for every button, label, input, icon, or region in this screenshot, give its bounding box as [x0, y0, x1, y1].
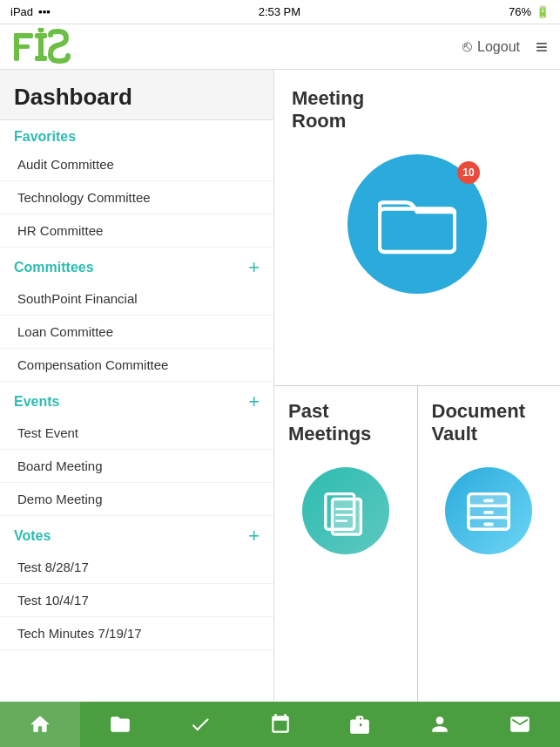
documents-icon [320, 486, 371, 536]
status-time: 2:53 PM [259, 5, 300, 18]
tab-briefcase[interactable] [320, 702, 400, 747]
calendar-icon [269, 713, 292, 736]
svg-rect-18 [483, 511, 494, 514]
briefcase-icon [348, 713, 371, 736]
hamburger-button[interactable]: ≡ [536, 35, 548, 59]
votes-section-header: Votes + [0, 516, 273, 551]
wifi-icon: ▪▪▪ [38, 5, 51, 18]
status-right: 76% 🔋 [509, 5, 550, 18]
svg-rect-17 [483, 499, 494, 502]
logout-label: Logout [477, 39, 520, 55]
tab-home[interactable] [0, 702, 80, 747]
events-label: Events [14, 394, 59, 410]
battery-icon: 🔋 [536, 5, 550, 18]
sidebar-item-vote1[interactable]: Test 8/28/17 [0, 551, 273, 584]
tab-check[interactable] [160, 702, 240, 747]
sidebar-item-board-meeting[interactable]: Board Meeting [0, 450, 273, 483]
svg-rect-19 [483, 522, 494, 526]
tab-calendar[interactable] [240, 702, 320, 747]
check-icon [189, 713, 212, 736]
tab-person[interactable] [400, 702, 480, 747]
sidebar-item-loan[interactable]: Loan Committee [0, 316, 273, 349]
votes-add-button[interactable]: + [248, 525, 260, 547]
sidebar-item-test-event[interactable]: Test Event [0, 417, 273, 450]
svg-rect-5 [35, 56, 47, 61]
status-bar: iPad ▪▪▪ 2:53 PM 76% 🔋 [0, 0, 560, 24]
committees-label: Committees [14, 260, 94, 275]
logout-button[interactable]: ⎋ Logout [462, 37, 520, 56]
sidebar-item-compensation[interactable]: Compensation Committee [0, 349, 273, 382]
svg-point-6 [38, 28, 44, 33]
sidebar-item-technology[interactable]: Technology Committee [0, 181, 273, 214]
past-meetings-title: PastMeetings [288, 400, 371, 446]
content-area: MeetingRoom 10 PastMeetings [274, 70, 560, 702]
past-meetings-card[interactable]: PastMeetings [274, 386, 417, 702]
document-vault-card[interactable]: DocumentVault [418, 386, 561, 702]
status-left: iPad ▪▪▪ [10, 5, 51, 18]
document-vault-title: DocumentVault [432, 400, 526, 446]
folder-tab-icon [109, 713, 132, 736]
folder-icon [378, 194, 456, 255]
events-add-button[interactable]: + [248, 390, 260, 413]
sidebar-item-audit[interactable]: Audit Committee [0, 148, 273, 181]
meeting-room-icon-wrap: 10 [292, 154, 543, 294]
svg-rect-2 [14, 44, 30, 49]
main-layout: Dashboard Favorites Audit Committee Tech… [0, 70, 560, 702]
events-section-header: Events + [0, 382, 273, 417]
sidebar-item-vote3[interactable]: Tech Minutes 7/19/17 [0, 617, 273, 650]
svg-rect-9 [332, 499, 361, 534]
logout-icon: ⎋ [462, 37, 472, 56]
tab-bar [0, 702, 560, 747]
vault-icon [463, 486, 514, 536]
tab-mail[interactable] [480, 702, 560, 747]
nav-bar: ⎋ Logout ≡ [0, 24, 560, 70]
sidebar-item-demo-meeting[interactable]: Demo Meeting [0, 483, 273, 516]
svg-rect-1 [14, 33, 33, 38]
votes-label: Votes [14, 528, 51, 544]
svg-rect-7 [380, 208, 455, 252]
svg-rect-4 [35, 33, 47, 38]
meeting-room-badge: 10 [457, 161, 480, 184]
past-meetings-icon-wrap [288, 467, 403, 554]
app-logo [12, 28, 82, 66]
tab-folder[interactable] [80, 702, 160, 747]
meeting-room-title: MeetingRoom [292, 87, 364, 133]
meeting-room-card[interactable]: MeetingRoom 10 [274, 70, 560, 385]
sidebar-item-southpoint[interactable]: SouthPoint Financial [0, 282, 273, 316]
favorites-section-header: Favorites [0, 120, 273, 148]
mail-icon [509, 713, 531, 736]
sidebar-item-hr[interactable]: HR Committee [0, 214, 273, 248]
meeting-room-folder-circle: 10 [347, 154, 487, 294]
nav-right: ⎋ Logout ≡ [462, 35, 548, 59]
sidebar-title: Dashboard [0, 70, 273, 120]
document-vault-icon-wrap [432, 467, 547, 554]
fis-logo-svg [12, 28, 82, 66]
home-icon [29, 713, 51, 736]
sidebar-item-vote2[interactable]: Test 10/4/17 [0, 584, 273, 617]
battery-label: 76% [509, 5, 531, 18]
sidebar: Dashboard Favorites Audit Committee Tech… [0, 70, 274, 702]
document-vault-circle [445, 467, 532, 554]
committees-section-header: Committees + [0, 248, 273, 282]
person-icon [428, 713, 451, 736]
favorites-label: Favorites [14, 129, 76, 145]
committees-add-button[interactable]: + [248, 256, 260, 279]
status-ipad-label: iPad [10, 5, 33, 18]
past-meetings-circle [302, 467, 389, 554]
